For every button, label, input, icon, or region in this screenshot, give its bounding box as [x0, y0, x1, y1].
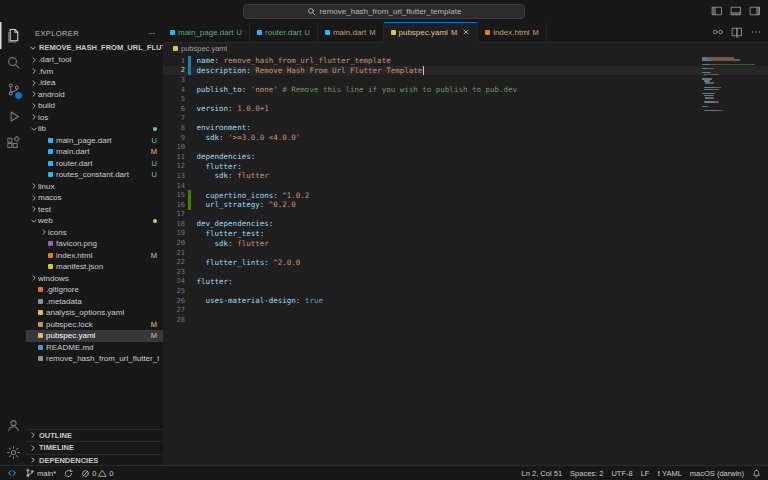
minimap[interactable] — [702, 57, 760, 116]
code-line-20[interactable]: 20 sdk: flutter — [163, 238, 768, 248]
tab-pubspec-yaml[interactable]: pubspec.yamlM — [384, 22, 479, 43]
tree-item-pubspec-lock[interactable]: pubspec.lockM — [26, 319, 163, 331]
code-line-14[interactable]: 14 — [163, 181, 768, 191]
tab-router-dart[interactable]: router.dartU — [250, 22, 318, 42]
tree-item-readme-md[interactable]: README.md — [26, 342, 163, 354]
code-line-27[interactable]: 27 — [163, 305, 768, 315]
code-line-22[interactable]: 22 flutter_lints: ^2.0.0 — [163, 257, 768, 267]
close-icon[interactable] — [462, 28, 470, 36]
command-center[interactable]: remove_hash_from_url_flutter_template — [243, 4, 525, 19]
tree-item-pubspec-yaml[interactable]: pubspec.yamlM — [26, 330, 163, 342]
code-line-7[interactable]: 7 — [163, 114, 768, 124]
code-line-8[interactable]: 8environment: — [163, 123, 768, 133]
code-line-21[interactable]: 21 — [163, 248, 768, 258]
layout-panel-icon[interactable] — [730, 5, 742, 17]
tree-item-router-dart[interactable]: router.dartU — [26, 158, 163, 170]
statusbar-language[interactable]: !YAML — [653, 466, 685, 480]
tree-item-test[interactable]: test — [26, 204, 163, 216]
tree-item-linux[interactable]: linux — [26, 181, 163, 193]
layout-secondary-sidebar-icon[interactable] — [749, 5, 761, 17]
activitybar-source-control[interactable] — [0, 76, 26, 103]
tree-item-icons[interactable]: icons — [26, 227, 163, 239]
tree-item-build[interactable]: build — [26, 100, 163, 112]
code-line-2[interactable]: 2description: Remove Hash From Url Flutt… — [163, 66, 768, 76]
chevron-right-icon — [29, 90, 38, 98]
code-line-15[interactable]: 15 cupertino_icons: ^1.0.2 — [163, 190, 768, 200]
activitybar-explorer[interactable] — [0, 22, 26, 49]
statusbar-encoding[interactable]: UTF-8 — [607, 466, 636, 480]
code-line-19[interactable]: 19 flutter_test: — [163, 229, 768, 239]
tree-item-main-page-dart[interactable]: main_page.dartU — [26, 135, 163, 147]
statusbar-sync[interactable] — [60, 466, 77, 480]
code-line-28[interactable]: 28 — [163, 315, 768, 325]
code-line-6[interactable]: 6version: 1.0.0+1 — [163, 104, 768, 114]
tree-item-remove-hash-from-url-flutter-te[interactable]: remove_hash_from_url_flutter_te... — [26, 353, 163, 365]
tree-item-label: .dart_tool — [38, 55, 159, 64]
code-line-18[interactable]: 18dev_dependencies: — [163, 219, 768, 229]
statusbar-remote[interactable] — [3, 466, 21, 480]
workspace-section-header[interactable]: REMOVE_HASH_FROM_URL_FLUTTER_... — [26, 41, 163, 54]
code-line-16[interactable]: 16 url_strategy: ^0.2.0 — [163, 200, 768, 210]
tree-item-metadata[interactable]: .metadata — [26, 296, 163, 308]
code-line-25[interactable]: 25 — [163, 286, 768, 296]
code-line-24[interactable]: 24flutter: — [163, 277, 768, 287]
code-line-5[interactable]: 5 — [163, 94, 768, 104]
tree-item-label: analysis_options.yaml — [46, 308, 159, 317]
activitybar-search[interactable] — [0, 49, 26, 76]
tree-item-analysis-options-yaml[interactable]: analysis_options.yaml — [26, 307, 163, 319]
tree-item-gitignore[interactable]: .gitignore — [26, 284, 163, 296]
tree-item-lib[interactable]: lib — [26, 123, 163, 135]
tree-item-web[interactable]: web — [26, 215, 163, 227]
chevron-down-icon — [29, 44, 37, 52]
statusbar-eol[interactable]: LF — [637, 466, 654, 480]
tree-item-index-html[interactable]: index.htmlM — [26, 250, 163, 262]
code-line-13[interactable]: 13 sdk: flutter — [163, 171, 768, 181]
open-changes-icon[interactable] — [712, 26, 724, 38]
tab-main-dart[interactable]: main.dartM — [318, 22, 384, 42]
activitybar-run-debug[interactable] — [0, 103, 26, 130]
tab-main-page-dart[interactable]: main_page.dartU — [163, 22, 250, 42]
tree-item-ios[interactable]: ios — [26, 112, 163, 124]
tree-item-fvm[interactable]: .fvm — [26, 66, 163, 78]
section-timeline[interactable]: TIMELINE — [26, 441, 163, 454]
code-line-1[interactable]: 1name: remove_hash_from_url_flutter_temp… — [163, 56, 768, 66]
statusbar-branch[interactable]: main* — [21, 466, 60, 480]
code-line-4[interactable]: 4publish_to: 'none' # Remove this line i… — [163, 85, 768, 95]
activitybar-accounts[interactable] — [0, 412, 26, 439]
more-actions-icon[interactable]: ⋯ — [148, 29, 156, 38]
code-text: flutter: — [191, 162, 242, 171]
statusbar-notifications[interactable] — [748, 466, 765, 480]
code-line-10[interactable]: 10 — [163, 142, 768, 152]
statusbar-cursor-position[interactable]: Ln 2, Col 51 — [518, 466, 566, 480]
tree-item-routes-constant-dart[interactable]: routes_constant.dartU — [26, 169, 163, 181]
statusbar-problems[interactable]: 00 — [77, 466, 117, 480]
more-actions-icon[interactable] — [750, 26, 762, 38]
breadcrumb[interactable]: pubspec.yaml — [163, 43, 768, 54]
statusbar-indentation[interactable]: Spaces: 2 — [566, 466, 607, 480]
tree-item-favicon-png[interactable]: favicon.png — [26, 238, 163, 250]
tree-item-idea[interactable]: .idea — [26, 77, 163, 89]
activitybar-settings[interactable] — [0, 439, 26, 466]
tree-item-dart-tool[interactable]: .dart_tool — [26, 54, 163, 66]
tree-item-main-dart[interactable]: main.dartM — [26, 146, 163, 158]
layout-sidebar-icon[interactable] — [711, 5, 723, 17]
code-editor[interactable]: 1name: remove_hash_from_url_flutter_temp… — [163, 54, 768, 466]
tree-item-android[interactable]: android — [26, 89, 163, 101]
code-line-23[interactable]: 23 — [163, 267, 768, 277]
tree-item-manifest-json[interactable]: manifest.json — [26, 261, 163, 273]
code-line-11[interactable]: 11dependencies: — [163, 152, 768, 162]
code-line-9[interactable]: 9 sdk: '>=3.0.0 <4.0.0' — [163, 133, 768, 143]
tab-index-html[interactable]: index.htmlM — [478, 22, 547, 42]
statusbar-os[interactable]: macOS (darwin) — [686, 466, 748, 480]
line-number: 3 — [163, 76, 185, 84]
code-line-12[interactable]: 12 flutter: — [163, 162, 768, 172]
activitybar-extensions[interactable] — [0, 130, 26, 157]
code-line-17[interactable]: 17 — [163, 210, 768, 220]
code-line-26[interactable]: 26 uses-material-design: true — [163, 296, 768, 306]
tree-item-macos[interactable]: macos — [26, 192, 163, 204]
code-line-3[interactable]: 3 — [163, 75, 768, 85]
split-editor-icon[interactable] — [731, 26, 743, 38]
tree-item-label: icons — [48, 228, 159, 237]
tree-item-windows[interactable]: windows — [26, 273, 163, 285]
section-outline[interactable]: OUTLINE — [26, 429, 163, 442]
